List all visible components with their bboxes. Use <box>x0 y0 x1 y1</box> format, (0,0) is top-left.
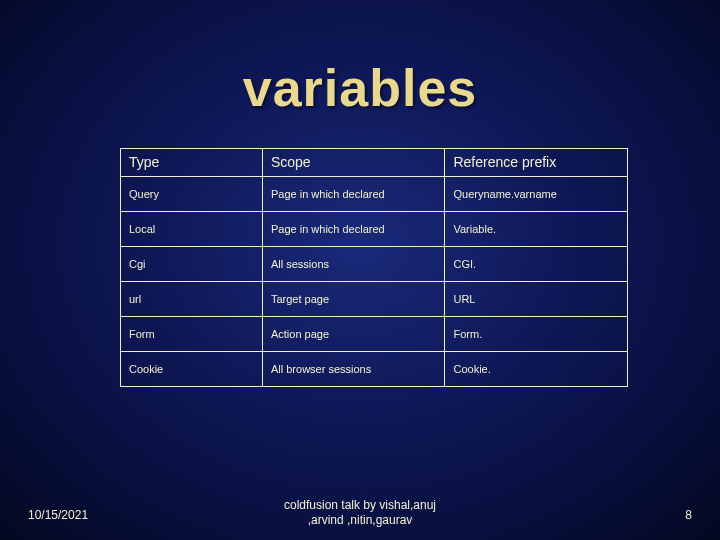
cell-scope: All sessions <box>262 247 445 282</box>
table-row: Cgi All sessions CGI. <box>121 247 628 282</box>
cell-type: Cgi <box>121 247 263 282</box>
header-type: Type <box>121 149 263 177</box>
cell-scope: Page in which declared <box>262 212 445 247</box>
table-row: Cookie All browser sessions Cookie. <box>121 352 628 387</box>
table-row: Query Page in which declared Queryname.v… <box>121 177 628 212</box>
cell-scope: Page in which declared <box>262 177 445 212</box>
cell-scope: Target page <box>262 282 445 317</box>
cell-prefix: Cookie. <box>445 352 628 387</box>
table-row: url Target page URL <box>121 282 628 317</box>
cell-scope: All browser sessions <box>262 352 445 387</box>
cell-type: url <box>121 282 263 317</box>
cell-prefix: Queryname.varname <box>445 177 628 212</box>
table-row: Local Page in which declared Variable. <box>121 212 628 247</box>
footer-page-number: 8 <box>685 508 692 522</box>
cell-prefix: CGI. <box>445 247 628 282</box>
cell-prefix: Variable. <box>445 212 628 247</box>
cell-prefix: URL <box>445 282 628 317</box>
cell-type: Cookie <box>121 352 263 387</box>
footer-line2: ,arvind ,nitin,gaurav <box>308 513 413 527</box>
variables-table-container: Type Scope Reference prefix Query Page i… <box>120 148 628 387</box>
slide-title: variables <box>0 58 720 118</box>
header-reference-prefix: Reference prefix <box>445 149 628 177</box>
footer-line1: coldfusion talk by vishal,anuj <box>284 498 436 512</box>
cell-scope: Action page <box>262 317 445 352</box>
cell-type: Form <box>121 317 263 352</box>
cell-prefix: Form. <box>445 317 628 352</box>
cell-type: Local <box>121 212 263 247</box>
footer-credits: coldfusion talk by vishal,anuj ,arvind ,… <box>0 498 720 528</box>
cell-type: Query <box>121 177 263 212</box>
table-header-row: Type Scope Reference prefix <box>121 149 628 177</box>
table-row: Form Action page Form. <box>121 317 628 352</box>
header-scope: Scope <box>262 149 445 177</box>
variables-table: Type Scope Reference prefix Query Page i… <box>120 148 628 387</box>
